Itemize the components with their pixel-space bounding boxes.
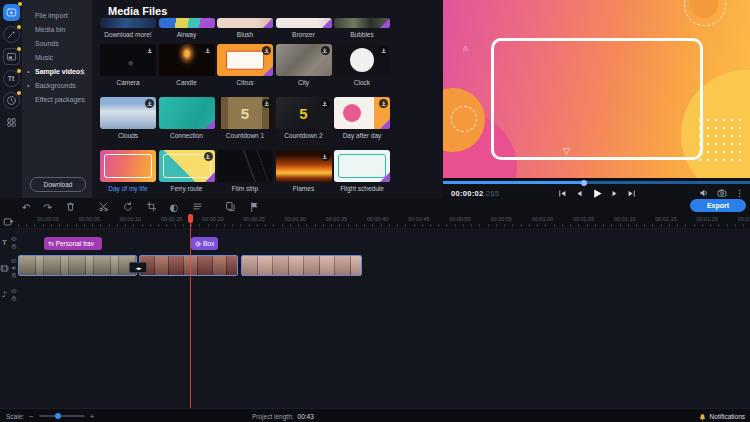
eye-icon[interactable] xyxy=(11,288,17,294)
title-clip-box[interactable]: Box xyxy=(191,237,218,250)
media-item-flight-schedule[interactable]: Flight schedule xyxy=(334,150,390,193)
media-thumbnail[interactable] xyxy=(334,18,390,28)
download-badge-icon[interactable] xyxy=(262,46,271,55)
lock-icon[interactable] xyxy=(11,295,17,301)
menu-item-sounds[interactable]: Sounds xyxy=(22,36,92,50)
playhead-handle[interactable] xyxy=(188,214,193,223)
video-clip-3[interactable] xyxy=(241,255,362,276)
media-item-countdown-1[interactable]: 5Countdown 1 xyxy=(217,97,273,140)
media-item-download-more-[interactable]: Download more! xyxy=(100,18,156,39)
media-thumbnail[interactable] xyxy=(217,44,273,76)
play-icon[interactable] xyxy=(591,188,602,199)
more-options-icon[interactable]: ⋮ xyxy=(735,188,744,198)
media-item-camera[interactable]: Camera xyxy=(100,44,156,87)
download-badge-icon[interactable] xyxy=(379,46,388,55)
video-clip-1[interactable] xyxy=(18,255,137,276)
pip-icon[interactable] xyxy=(3,48,20,65)
media-thumbnail[interactable] xyxy=(217,18,273,28)
download-badge-icon[interactable] xyxy=(145,99,154,108)
zoom-in-icon[interactable]: + xyxy=(90,412,95,421)
media-item-candle[interactable]: Candle xyxy=(159,44,215,87)
media-item-city[interactable]: City xyxy=(276,44,332,87)
redo-icon[interactable]: ↷ xyxy=(43,197,51,215)
download-badge-icon[interactable] xyxy=(379,99,388,108)
menu-item-media-bin[interactable]: Media bin xyxy=(22,22,92,36)
seek-bar[interactable] xyxy=(443,181,750,184)
undo-icon[interactable]: ↶ xyxy=(22,197,30,215)
timeline-ruler[interactable]: 00:00:0000:00:0500:00:1000:00:1500:00:20… xyxy=(0,214,750,228)
media-thumbnail[interactable] xyxy=(100,150,156,182)
sample-ribbon xyxy=(205,119,215,129)
media-thumbnail[interactable]: 5 xyxy=(217,97,273,129)
media-thumbnail[interactable] xyxy=(276,18,332,28)
menu-item-sample-videos[interactable]: •Sample videos xyxy=(22,64,92,78)
media-item-day-after-day[interactable]: Day after day xyxy=(334,97,390,140)
media-thumbnail[interactable] xyxy=(217,150,273,182)
media-item-airway[interactable]: Airway xyxy=(159,18,215,39)
menu-item-effect-packages[interactable]: Effect packages xyxy=(22,92,92,106)
media-item-day-of-my-life[interactable]: Day of my life xyxy=(100,150,156,193)
menu-item-backgrounds[interactable]: •Backgrounds xyxy=(22,78,92,92)
next-frame-icon[interactable] xyxy=(610,189,619,198)
media-item-flames[interactable]: Flames xyxy=(276,150,332,193)
media-item-countdown-2[interactable]: 5Countdown 2 xyxy=(276,97,332,140)
menu-item-music[interactable]: Music xyxy=(22,50,92,64)
trash-icon[interactable] xyxy=(65,201,76,212)
media-thumbnail[interactable] xyxy=(159,150,215,182)
export-button[interactable]: Export xyxy=(690,199,746,212)
media-thumbnail[interactable]: 5 xyxy=(276,97,332,129)
download-icon[interactable] xyxy=(79,68,86,75)
download-badge-icon[interactable] xyxy=(204,152,213,161)
scale-slider[interactable] xyxy=(39,415,85,417)
add-to-timeline-icon[interactable] xyxy=(3,216,14,227)
volume-icon[interactable] xyxy=(699,188,709,198)
media-thumbnail[interactable] xyxy=(100,97,156,129)
skip-end-icon[interactable] xyxy=(627,189,636,198)
media-item-bronzer[interactable]: Bronzer xyxy=(276,18,332,39)
download-badge-icon[interactable] xyxy=(204,46,213,55)
media-thumbnail[interactable] xyxy=(276,150,332,182)
media-thumbnail[interactable] xyxy=(159,18,215,28)
media-icon[interactable] xyxy=(3,4,20,21)
media-thumbnail[interactable] xyxy=(159,97,215,129)
playhead-line[interactable] xyxy=(190,214,191,408)
transition-icon[interactable]: ◄► xyxy=(129,262,147,273)
download-badge-icon[interactable] xyxy=(262,99,271,108)
preview-video[interactable]: ▽ △ xyxy=(443,0,750,178)
media-thumbnail[interactable] xyxy=(100,18,156,28)
download-badge-icon[interactable] xyxy=(321,99,330,108)
media-thumbnail[interactable] xyxy=(334,44,390,76)
scale-slider-knob[interactable] xyxy=(55,413,61,419)
download-button[interactable]: Download xyxy=(30,177,86,192)
download-badge-icon[interactable] xyxy=(321,46,330,55)
notifications[interactable]: Notifications xyxy=(698,409,745,422)
zoom-out-icon[interactable]: − xyxy=(29,412,34,421)
media-item-film-strip[interactable]: Film strip xyxy=(217,150,273,193)
media-item-bubbles[interactable]: Bubbles xyxy=(334,18,390,39)
download-badge-icon[interactable] xyxy=(321,152,330,161)
media-item-clock[interactable]: Clock xyxy=(334,44,390,87)
titles-icon[interactable]: Tt xyxy=(3,70,20,87)
video-clip-2[interactable] xyxy=(139,255,238,276)
download-badge-icon[interactable] xyxy=(145,46,154,55)
media-thumbnail[interactable] xyxy=(276,44,332,76)
menu-item-file-import[interactable]: File import xyxy=(22,8,92,22)
media-item-blush[interactable]: Blush xyxy=(217,18,273,39)
wand-icon[interactable] xyxy=(3,26,20,43)
seek-knob[interactable] xyxy=(581,180,587,186)
clockface-icon[interactable] xyxy=(3,92,20,109)
title-clip-personal-trav[interactable]: TtPersonal trav xyxy=(44,237,102,250)
media-item-ferry-route[interactable]: Ferry route xyxy=(159,150,215,193)
grid-icon[interactable] xyxy=(3,114,20,131)
media-thumbnail[interactable] xyxy=(100,44,156,76)
media-item-clouds[interactable]: Clouds xyxy=(100,97,156,140)
skip-start-icon[interactable] xyxy=(557,189,566,198)
media-item-citrus[interactable]: Citrus xyxy=(217,44,273,87)
snapshot-icon[interactable] xyxy=(717,188,727,198)
previous-frame-icon[interactable] xyxy=(574,189,583,198)
media-thumbnail[interactable] xyxy=(334,97,390,129)
media-item-connection[interactable]: Connection xyxy=(159,97,215,140)
timeline-tracks[interactable]: T ♪ TtPersonal travBox ◄► xyxy=(0,228,750,408)
media-thumbnail[interactable] xyxy=(159,44,215,76)
media-thumbnail[interactable] xyxy=(334,150,390,182)
